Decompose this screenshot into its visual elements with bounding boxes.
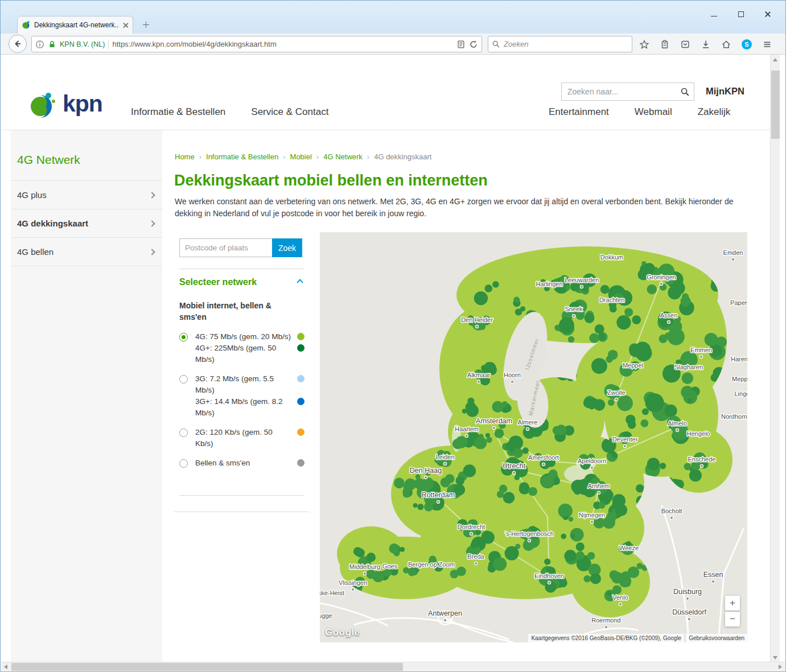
map-city-label: Vlissingen	[339, 579, 367, 586]
network-option[interactable]: 4G: 75 Mb/s (gem. 20 Mb/s)4G+: 225Mb/s (…	[174, 328, 309, 370]
map-city-label: Leiden	[435, 454, 454, 460]
browser-search-bar[interactable]	[488, 36, 632, 52]
site-search[interactable]	[561, 83, 694, 101]
url-text[interactable]: https://www.kpn.com/mobiel/4g/dekkingska…	[112, 40, 453, 48]
search-icon	[680, 87, 690, 97]
secondary-nav-item[interactable]: Zakelijk	[698, 106, 731, 118]
pocket-icon	[680, 39, 690, 50]
radio-button[interactable]	[179, 375, 188, 384]
pocket-button[interactable]	[677, 36, 694, 53]
network-option-label: 4G: 75 Mb/s (gem. 20 Mb/s)	[195, 331, 297, 343]
home-button[interactable]	[718, 36, 735, 53]
tab-close-icon[interactable]	[122, 22, 129, 28]
certificate-owner[interactable]: KPN B.V. (NL)	[60, 40, 105, 48]
map-city-label: Dokkum	[600, 254, 623, 261]
page-info-icon[interactable]	[35, 40, 44, 49]
reader-mode-icon[interactable]	[456, 40, 466, 49]
horizontal-scrollbar-thumb[interactable]	[11, 663, 403, 671]
maximize-icon	[738, 11, 744, 17]
breadcrumb: Home›Informatie & Bestellen›Mobiel›4G Ne…	[175, 152, 431, 161]
page-intro: We werken constant aan de verbetering va…	[175, 196, 745, 220]
downloads-button[interactable]	[697, 36, 714, 53]
network-option-lines: 3G: 7.2 Mb/s (gem. 5.5 Mb/s)3G+: 14.4 Mb…	[195, 373, 304, 419]
browser-tab[interactable]: Dekkingskaart 4G-netwerk...	[17, 16, 133, 34]
site-header: kpn Informatie & BestellenService & Cont…	[1, 70, 770, 130]
skype-button[interactable]: S	[738, 36, 755, 53]
panel-divider	[179, 269, 304, 269]
menu-button[interactable]	[759, 36, 776, 53]
map-terms-link[interactable]: Gebruiksvoorwaarden	[686, 634, 747, 642]
network-option[interactable]: Bellen & sms'en	[174, 454, 309, 473]
bookmark-star-button[interactable]	[636, 36, 653, 53]
scroll-left-arrow-icon[interactable]	[4, 665, 7, 669]
breadcrumb-item: 4G dekkingskaart	[374, 152, 431, 161]
mijnkpn-link[interactable]: MijnKPN	[706, 86, 744, 97]
horizontal-scrollbar[interactable]	[1, 662, 785, 671]
close-button[interactable]	[754, 6, 781, 23]
sidebar-item[interactable]: 4G dekkingskaart	[11, 209, 162, 238]
breadcrumb-item[interactable]: Informatie & Bestellen	[206, 152, 278, 161]
url-bar[interactable]: KPN B.V. (NL) https://www.kpn.com/mobiel…	[31, 36, 482, 52]
new-tab-button[interactable]	[139, 18, 153, 31]
network-option[interactable]: 2G: 120 Kb/s (gem. 50 Kb/s)	[174, 423, 309, 454]
zoom-out-button[interactable]: −	[725, 612, 740, 626]
map-city-label: Essen	[703, 571, 723, 579]
map-city-label: Hoorn	[504, 372, 521, 378]
postcode-input[interactable]	[179, 238, 272, 257]
vertical-scrollbar[interactable]	[770, 55, 780, 663]
secondary-nav-item[interactable]: Entertainment	[549, 106, 609, 118]
secondary-nav-item[interactable]: Webmail	[635, 106, 672, 118]
minimize-button[interactable]	[701, 6, 727, 23]
panel-divider	[179, 495, 304, 496]
back-button[interactable]	[9, 35, 27, 53]
bookmarks-menu-button[interactable]	[656, 36, 673, 53]
legend-color-dot	[297, 459, 304, 467]
page-title: Dekkingskaart mobiel bellen en internett…	[174, 172, 488, 189]
breadcrumb-item[interactable]: Home	[175, 152, 195, 161]
map-city-label: Leeuwarden	[565, 277, 599, 283]
breadcrumb-item[interactable]: 4G Netwerk	[323, 152, 363, 161]
map-attribution-bar: Kaartgegevens ©2016 GeoBasis-DE/BKG (©20…	[528, 634, 747, 642]
network-option-label: 3G: 7.2 Mb/s (gem. 5.5 Mb/s)	[195, 373, 297, 396]
map-city-label: Goes	[382, 563, 398, 570]
maximize-button[interactable]	[727, 6, 754, 23]
map-city-label: Meppen	[732, 376, 747, 382]
vertical-scrollbar-thumb[interactable]	[771, 71, 780, 139]
nav-item[interactable]: Service & Contact	[251, 106, 328, 118]
network-panel: Zoek Selecteer netwerk Mobiel internet, …	[174, 232, 309, 512]
zoek-button[interactable]: Zoek	[272, 238, 302, 257]
network-option-label: 3G+: 14.4 Mb/s (gem. 8.2 Mb/s)	[195, 396, 297, 419]
map-city-label: Brugge	[320, 612, 332, 619]
network-option[interactable]: 3G: 7.2 Mb/s (gem. 5.5 Mb/s)3G+: 14.4 Mb…	[174, 370, 309, 423]
lock-icon	[48, 40, 56, 49]
map-city-label: Breda	[467, 553, 484, 560]
map-city-label: Venlo	[612, 594, 628, 601]
network-selector-header[interactable]: Selecteer netwerk	[179, 277, 302, 287]
sidebar-item[interactable]: 4G bellen	[11, 238, 162, 266]
zoom-in-button[interactable]: +	[725, 596, 740, 611]
breadcrumb-item[interactable]: Mobiel	[290, 152, 312, 161]
radio-button[interactable]	[179, 428, 188, 437]
google-logo[interactable]: Google	[325, 627, 360, 638]
browser-search-input[interactable]	[504, 40, 628, 48]
nav-item[interactable]: Informatie & Bestellen	[131, 106, 225, 118]
coverage-map[interactable]: DokkumLeeuwardenGroningenHarlingenDracht…	[320, 232, 747, 642]
site-search-input[interactable]	[562, 87, 676, 96]
reload-icon[interactable]	[469, 40, 478, 49]
map-city-label: Knokke-Heist	[320, 589, 344, 596]
scroll-up-arrow-icon[interactable]	[773, 58, 777, 61]
map-city-label: Middelburg	[349, 563, 380, 570]
kpn-logo[interactable]: kpn	[26, 90, 102, 120]
radio-button[interactable]	[179, 333, 188, 341]
scroll-right-arrow-icon[interactable]	[779, 665, 782, 669]
network-option-label: Bellen & sms'en	[195, 457, 297, 469]
site-search-button[interactable]	[676, 83, 694, 100]
map-city-label: Emden	[723, 249, 743, 256]
scroll-down-arrow-icon[interactable]	[773, 656, 777, 659]
map-city-label: Dordrecht	[458, 523, 485, 530]
map-city-label: Drachten	[599, 296, 625, 303]
radio-button[interactable]	[179, 459, 188, 468]
sidebar-item[interactable]: 4G plus	[11, 181, 162, 209]
browser-toolbar: KPN B.V. (NL) https://www.kpn.com/mobiel…	[1, 34, 785, 55]
map-city-label: Den Helder	[461, 316, 493, 323]
